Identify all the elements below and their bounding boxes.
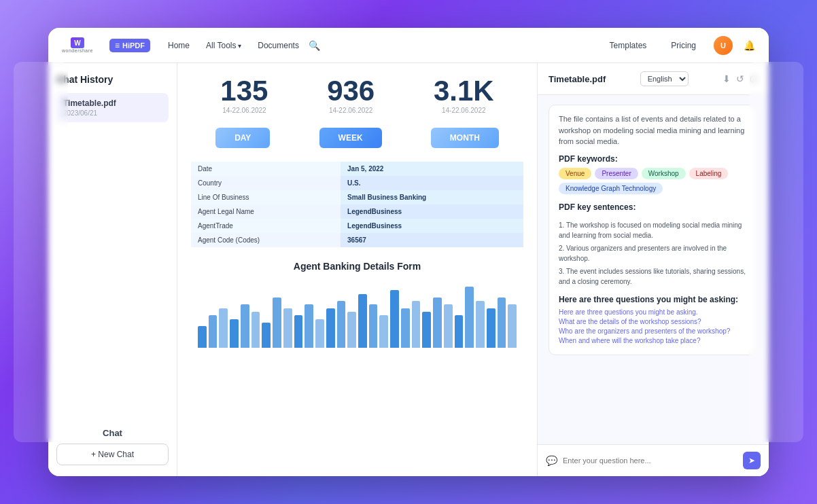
chart-section: Agent Banking Details Form — [191, 261, 523, 348]
send-button[interactable]: ➤ — [743, 452, 761, 469]
bar — [262, 323, 271, 348]
bar — [401, 308, 410, 348]
bar — [198, 326, 207, 348]
history-item[interactable]: Timetable.pdf 2023/06/21 — [56, 93, 169, 122]
questions-section: Here are three questions you might be as… — [559, 295, 748, 344]
bar — [465, 287, 474, 348]
tag-labeling[interactable]: Labeling — [689, 168, 729, 179]
download-icon[interactable]: ⬇ — [723, 73, 731, 84]
analysis-content: The file contains a list of events and d… — [538, 95, 769, 444]
bar — [455, 315, 464, 348]
bell-icon[interactable]: 🔔 — [744, 40, 755, 51]
bar-chart — [191, 280, 523, 348]
chat-label: Chat — [56, 422, 169, 444]
app-container: wondershare HiPDF Home All Tools Documen… — [48, 28, 769, 476]
stat-month-value: 3.1K — [434, 77, 494, 105]
sentence-3: 3. The event includes sessions like tuto… — [559, 266, 748, 287]
question-3[interactable]: Who are the organizers and presenters of… — [559, 327, 748, 335]
nav-pricing[interactable]: Pricing — [664, 37, 703, 54]
form-label: Agent Legal Name — [191, 204, 341, 219]
stat-week-label: 14-22.06.2022 — [327, 107, 375, 114]
bar — [358, 294, 367, 348]
new-chat-button[interactable]: + New Chat — [56, 444, 169, 465]
bar — [487, 308, 496, 348]
bar — [219, 308, 228, 348]
nav-all-tools[interactable]: All Tools — [199, 37, 248, 54]
form-value: LegendBusiness — [341, 219, 523, 233]
analysis-box: The file contains a list of events and d… — [549, 105, 758, 355]
nav-templates[interactable]: Templates — [603, 37, 654, 54]
bar — [337, 301, 346, 348]
form-value: LegendBusiness — [341, 204, 523, 219]
stat-week-value: 936 — [327, 77, 375, 105]
question-4[interactable]: When and where will the workshop take pl… — [559, 337, 748, 344]
keywords-heading: PDF keywords: — [559, 154, 748, 164]
bar — [326, 308, 335, 348]
stats-row: 135 14-22.06.2022 936 14-22.06.2022 3.1K… — [191, 77, 523, 114]
bar — [209, 315, 218, 348]
history-item-date: 2023/06/21 — [63, 109, 162, 117]
stat-month: 3.1K 14-22.06.2022 — [434, 77, 494, 114]
nav-documents[interactable]: Documents — [251, 37, 306, 54]
bar — [476, 301, 485, 348]
question-1[interactable]: Here are three questions you might be as… — [559, 308, 748, 316]
refresh-icon[interactable]: ↺ — [736, 73, 744, 84]
day-button[interactable]: DAY — [215, 128, 270, 148]
tag-venue[interactable]: Venue — [559, 168, 591, 179]
form-table: DateJan 5, 2022CountryU.S.Line Of Busine… — [191, 162, 523, 247]
bar — [508, 304, 517, 348]
chat-input-area: 💬 ➤ — [538, 444, 769, 476]
bar — [230, 319, 239, 348]
nav-home[interactable]: Home — [161, 37, 196, 54]
key-sentences: 1. The workshop is focused on modeling s… — [559, 220, 748, 287]
bar — [379, 315, 388, 348]
outer-wrapper: wondershare HiPDF Home All Tools Documen… — [0, 0, 817, 504]
tag-knowledge[interactable]: Knowledge Graph Technology — [559, 183, 663, 194]
wondershare-logo[interactable]: wondershare — [62, 37, 93, 53]
sentence-2: 2. Various organizers and presenters are… — [559, 243, 748, 264]
form-label: AgentTrade — [191, 219, 341, 233]
left-side-panel — [14, 62, 68, 442]
form-label: Line Of Business — [191, 190, 341, 204]
form-value: 36567 — [341, 233, 523, 247]
period-buttons: DAY WEEK MONTH — [191, 128, 523, 148]
form-value: Jan 5, 2022 — [341, 162, 523, 176]
logo-icon — [71, 37, 84, 48]
sentence-1: 1. The workshop is focused on modeling s… — [559, 220, 748, 240]
bar — [433, 298, 442, 348]
bar — [422, 312, 431, 348]
chart-title: Agent Banking Details Form — [191, 261, 523, 272]
chat-input[interactable] — [563, 456, 737, 465]
week-button[interactable]: WEEK — [319, 128, 382, 148]
month-button[interactable]: MONTH — [431, 128, 499, 148]
search-icon[interactable]: 🔍 — [309, 40, 320, 51]
bar — [412, 301, 421, 348]
tags-row: Venue Presenter Workshop Labeling Knowle… — [559, 168, 748, 194]
hipdf-badge[interactable]: HiPDF — [109, 39, 150, 52]
main-content: Chat History Timetable.pdf 2023/06/21 Ch… — [48, 63, 769, 476]
questions-heading: Here are three questions you might be as… — [559, 295, 748, 304]
question-2[interactable]: What are the details of the workshop ses… — [559, 318, 748, 325]
avatar[interactable]: U — [714, 36, 733, 55]
bar — [294, 315, 303, 348]
right-panel-header: Timetable.pdf English ⬇ ↺ ⬡ — [538, 63, 769, 95]
analysis-desc: The file contains a list of events and d… — [559, 113, 748, 147]
table-row: Line Of BusinessSmall Business Banking — [191, 190, 523, 204]
tag-workshop[interactable]: Workshop — [642, 168, 686, 179]
bar — [241, 304, 249, 348]
tag-presenter[interactable]: Presenter — [595, 168, 638, 179]
stat-day: 135 14-22.06.2022 — [220, 77, 268, 114]
bar — [315, 319, 324, 348]
pdf-viewer: 135 14-22.06.2022 936 14-22.06.2022 3.1K… — [177, 63, 538, 476]
bar — [498, 298, 506, 348]
right-panel: Timetable.pdf English ⬇ ↺ ⬡ The file con… — [538, 63, 769, 476]
table-row: Agent Code (Codes)36567 — [191, 233, 523, 247]
stat-day-value: 135 — [220, 77, 268, 105]
table-row: Agent Legal NameLegendBusiness — [191, 204, 523, 219]
chat-bot-icon: 💬 — [546, 455, 557, 466]
language-select[interactable]: English — [640, 71, 689, 86]
sentences-heading: PDF key sentences: — [559, 202, 748, 212]
right-side-panel — [749, 62, 803, 442]
stat-month-label: 14-22.06.2022 — [434, 107, 494, 114]
logo-text: wondershare — [62, 48, 93, 53]
